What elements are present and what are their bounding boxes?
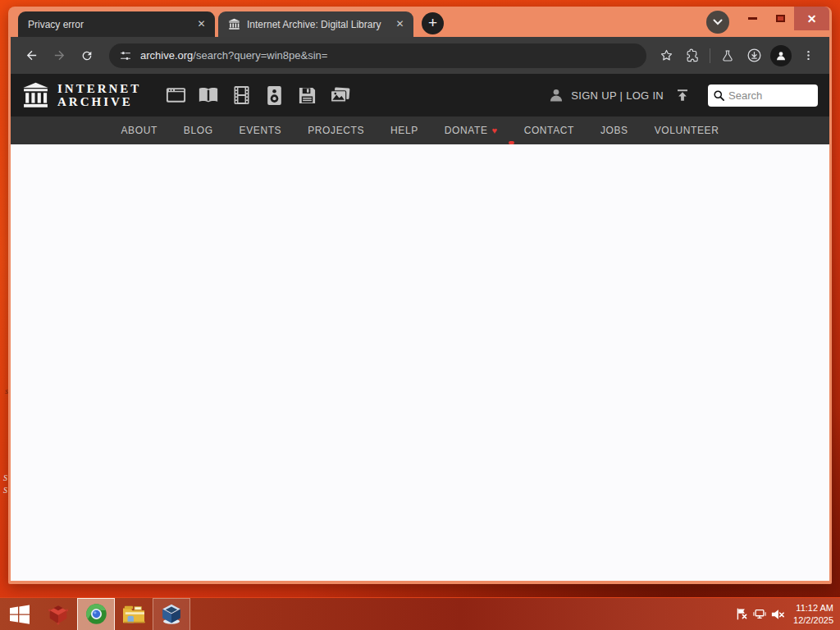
file-explorer-icon	[121, 604, 146, 625]
url-text: archive.org/search?query=win8pe&sin=	[140, 49, 327, 62]
nav-donate[interactable]: DONATE♥	[445, 125, 498, 136]
internet-archive-favicon-icon	[228, 18, 240, 30]
site-search-box[interactable]	[708, 84, 818, 107]
donate-heart-icon: ♥	[492, 126, 498, 135]
nav-blog[interactable]: BLOG	[184, 125, 213, 136]
windows-taskbar: 11:12 AM 12/2/2025	[0, 597, 840, 630]
software-floppy-icon[interactable]	[290, 81, 323, 109]
browser-window: Privacy error ✕ Internet Archive: Digita…	[8, 7, 832, 584]
maximize-icon	[776, 15, 785, 22]
web-icon[interactable]	[159, 81, 192, 109]
address-bar[interactable]: archive.org/search?query=win8pe&sin=	[109, 43, 646, 68]
nav-contact[interactable]: CONTACT	[524, 125, 574, 136]
video-film-icon[interactable]	[225, 81, 258, 109]
audio-speaker-icon[interactable]	[258, 81, 290, 109]
nav-about[interactable]: ABOUT	[121, 125, 158, 136]
texts-book-icon[interactable]	[192, 81, 225, 109]
signup-login-link[interactable]: SIGN UP | LOG IN	[571, 89, 664, 102]
tab-close-icon[interactable]: ✕	[194, 17, 208, 31]
taskbar-chrome-button[interactable]	[77, 598, 115, 630]
upload-icon[interactable]	[675, 88, 690, 103]
internet-archive-logo[interactable]: INTERNET ARCHIVE	[22, 81, 141, 110]
browser-toolbar: archive.org/search?query=win8pe&sin=	[11, 37, 829, 74]
virtualbox-icon	[159, 602, 184, 626]
downloads-icon[interactable]	[742, 43, 766, 68]
tab-strip: Privacy error ✕ Internet Archive: Digita…	[8, 7, 832, 37]
window-close-button[interactable]: ✕	[794, 7, 829, 30]
nav-events[interactable]: EVENTS	[240, 125, 282, 136]
site-settings-icon[interactable]	[119, 49, 132, 62]
tab-title: Internet Archive: Digital Library	[247, 19, 393, 30]
toolbar-separator	[710, 48, 710, 63]
network-icon[interactable]	[751, 598, 769, 630]
red-box-app-icon	[46, 603, 71, 626]
images-icon[interactable]	[323, 81, 356, 109]
tab-close-icon[interactable]: ✕	[393, 17, 407, 31]
toolbar-action-icons	[653, 43, 821, 68]
nav-projects[interactable]: PROJECTS	[308, 125, 364, 136]
header-right-cluster: SIGN UP | LOG IN	[548, 84, 818, 107]
back-button[interactable]	[19, 43, 43, 68]
system-tray: 11:12 AM 12/2/2025	[733, 598, 840, 630]
media-type-icons	[159, 81, 356, 109]
internet-archive-wordmark: INTERNET ARCHIVE	[57, 82, 141, 109]
tab-internet-archive[interactable]: Internet Archive: Digital Library ✕	[218, 11, 413, 37]
action-center-flag-icon[interactable]	[733, 598, 751, 630]
person-icon	[548, 87, 564, 103]
taskbar-pinned-red-app[interactable]	[39, 598, 77, 630]
clock-time: 11:12 AM	[793, 602, 833, 614]
tab-privacy-error[interactable]: Privacy error ✕	[18, 11, 215, 37]
taskbar-file-explorer-button[interactable]	[115, 598, 153, 630]
windows-logo-icon	[9, 605, 30, 624]
forward-button[interactable]	[47, 43, 71, 68]
window-minimize-button[interactable]	[738, 7, 766, 30]
desktop-icon-label-fragment: S	[3, 486, 7, 495]
start-button[interactable]	[0, 598, 39, 630]
page-content-blank	[11, 144, 829, 581]
window-maximize-button[interactable]	[766, 7, 794, 30]
nav-volunteer[interactable]: VOLUNTEER	[655, 125, 719, 136]
search-input[interactable]	[728, 89, 813, 102]
desktop-icon-label-fragment: S	[3, 473, 7, 482]
chrome-icon	[84, 602, 108, 626]
tab-search-chevron-icon[interactable]	[706, 11, 729, 34]
bookmark-star-icon[interactable]	[654, 43, 678, 68]
nav-jobs[interactable]: JOBS	[600, 125, 628, 136]
browser-menu-kebab-icon[interactable]	[796, 43, 820, 68]
experiments-flask-icon[interactable]	[715, 43, 740, 68]
new-tab-button[interactable]: +	[422, 12, 444, 34]
clock-date: 12/2/2025	[793, 614, 833, 627]
extensions-puzzle-icon[interactable]	[680, 43, 705, 68]
minimize-icon	[748, 17, 757, 20]
tab-title: Privacy error	[28, 19, 194, 30]
columns-building-icon	[22, 81, 49, 110]
volume-muted-icon[interactable]	[769, 598, 787, 630]
search-icon	[713, 89, 725, 102]
internet-archive-header: INTERNET ARCHIVE	[11, 74, 829, 116]
reload-button[interactable]	[75, 43, 99, 68]
web-page: INTERNET ARCHIVE	[11, 74, 829, 581]
profile-avatar-icon[interactable]	[770, 45, 792, 66]
taskbar-virtualbox-button[interactable]	[153, 598, 190, 630]
internet-archive-navbar: ABOUT BLOG EVENTS PROJECTS HELP DONATE♥ …	[11, 116, 829, 144]
nav-help[interactable]: HELP	[390, 125, 418, 136]
taskbar-clock[interactable]: 11:12 AM 12/2/2025	[793, 602, 833, 627]
